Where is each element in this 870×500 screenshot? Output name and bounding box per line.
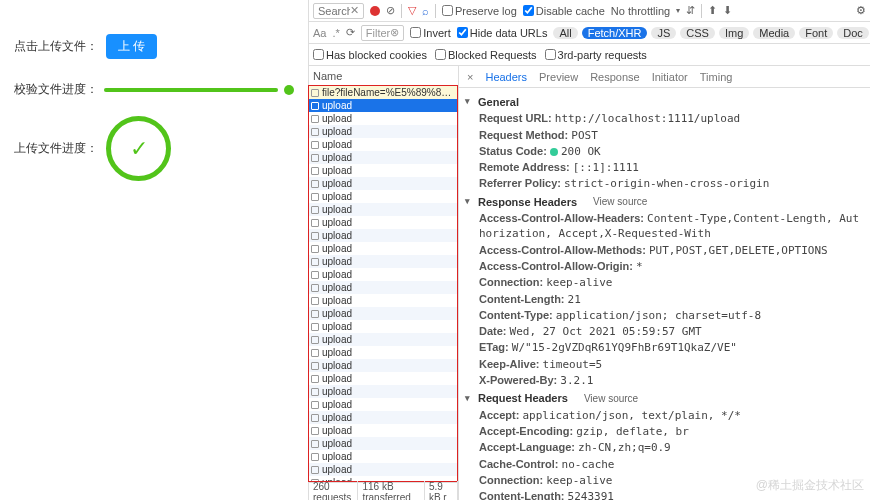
blocked-toolbar: Has blocked cookies Blocked Requests 3rd… bbox=[309, 44, 870, 66]
request-row[interactable]: file?fileName=%E5%89%8D%E7%AB… bbox=[309, 86, 457, 99]
request-row[interactable]: upload bbox=[309, 359, 457, 372]
filter-input[interactable]: Filter ⊗ bbox=[361, 25, 404, 41]
requests-column: Name file?fileName=%E5%89%8D%E7%AB…uploa… bbox=[309, 66, 459, 500]
verify-progress-bar bbox=[104, 88, 278, 92]
requests-list[interactable]: file?fileName=%E5%89%8D%E7%AB…uploaduplo… bbox=[308, 85, 458, 482]
request-row[interactable]: upload bbox=[309, 125, 457, 138]
request-row[interactable]: upload bbox=[309, 216, 457, 229]
headers-pane[interactable]: General Request URL: http://localhost:11… bbox=[459, 88, 870, 500]
devtools-panel: ✕ ⊘ ▽ ⌕ Preserve log Disable cache No th… bbox=[308, 0, 870, 500]
filter-icon[interactable]: ▽ bbox=[408, 4, 416, 17]
clear-icon[interactable]: ⊘ bbox=[386, 4, 395, 17]
requests-footer: 260 requests 116 kB transferred 5.9 kB r bbox=[309, 482, 458, 500]
type-filter-all[interactable]: All bbox=[553, 27, 577, 39]
disable-cache-checkbox[interactable]: Disable cache bbox=[523, 5, 605, 17]
clear-filter-icon[interactable]: ⊗ bbox=[390, 26, 399, 39]
type-filter-fetchxhr[interactable]: Fetch/XHR bbox=[582, 27, 648, 39]
request-row[interactable]: upload bbox=[309, 424, 457, 437]
request-row[interactable]: upload bbox=[309, 268, 457, 281]
details-tabs: × Headers Preview Response Initiator Tim… bbox=[459, 66, 870, 88]
request-row[interactable]: upload bbox=[309, 437, 457, 450]
name-column-header[interactable]: Name bbox=[309, 66, 458, 86]
request-row[interactable]: upload bbox=[309, 138, 457, 151]
section-request-headers[interactable]: Request HeadersView source bbox=[465, 391, 864, 405]
request-row[interactable]: upload bbox=[309, 164, 457, 177]
request-row[interactable]: upload bbox=[309, 99, 457, 112]
request-row[interactable]: upload bbox=[309, 333, 457, 346]
upload-progress-circle: ✓ bbox=[106, 116, 171, 181]
progress-complete-icon bbox=[284, 85, 294, 95]
tab-preview[interactable]: Preview bbox=[539, 71, 578, 83]
request-row[interactable]: upload bbox=[309, 203, 457, 216]
request-row[interactable]: upload bbox=[309, 255, 457, 268]
blocked-cookies-checkbox[interactable]: Has blocked cookies bbox=[313, 49, 427, 61]
request-row[interactable]: upload bbox=[309, 450, 457, 463]
request-row[interactable]: upload bbox=[309, 242, 457, 255]
app-panel: 点击上传文件： 上 传 校验文件进度： 上传文件进度： ✓ bbox=[0, 0, 308, 500]
request-row[interactable]: upload bbox=[309, 229, 457, 242]
gear-icon[interactable]: ⚙ bbox=[856, 4, 866, 17]
request-row[interactable]: upload bbox=[309, 320, 457, 333]
request-row[interactable]: upload bbox=[309, 177, 457, 190]
request-row[interactable]: upload bbox=[309, 385, 457, 398]
download-icon[interactable]: ⬇ bbox=[723, 4, 732, 17]
request-row[interactable]: upload bbox=[309, 346, 457, 359]
tab-headers[interactable]: Headers bbox=[485, 71, 527, 83]
type-filter-font[interactable]: Font bbox=[799, 27, 833, 39]
request-row[interactable]: upload bbox=[309, 112, 457, 125]
request-row[interactable]: upload bbox=[309, 190, 457, 203]
upload-icon[interactable]: ⬆ bbox=[708, 4, 717, 17]
type-filter-css[interactable]: CSS bbox=[680, 27, 715, 39]
request-row[interactable]: upload bbox=[309, 398, 457, 411]
upload-progress-label: 上传文件进度： bbox=[14, 140, 98, 157]
upload-label: 点击上传文件： bbox=[14, 38, 98, 55]
request-row[interactable]: upload bbox=[309, 151, 457, 164]
regex-icon[interactable]: .* bbox=[332, 27, 339, 39]
search-box[interactable]: ✕ bbox=[313, 3, 364, 19]
throttling-select[interactable]: No throttling bbox=[611, 5, 670, 17]
search-input[interactable] bbox=[318, 5, 350, 17]
view-source-link[interactable]: View source bbox=[593, 195, 647, 208]
request-row[interactable]: upload bbox=[309, 281, 457, 294]
preserve-log-checkbox[interactable]: Preserve log bbox=[442, 5, 517, 17]
reload-icon[interactable]: ⟳ bbox=[346, 26, 355, 39]
tab-initiator[interactable]: Initiator bbox=[652, 71, 688, 83]
section-general[interactable]: General bbox=[465, 95, 864, 109]
match-case[interactable]: Aa bbox=[313, 27, 326, 39]
view-source-link[interactable]: View source bbox=[584, 392, 638, 405]
section-response-headers[interactable]: Response HeadersView source bbox=[465, 195, 864, 209]
record-icon[interactable] bbox=[370, 6, 380, 16]
search-icon[interactable]: ⌕ bbox=[422, 5, 429, 17]
check-icon: ✓ bbox=[130, 136, 148, 162]
request-row[interactable]: upload bbox=[309, 294, 457, 307]
verify-progress-label: 校验文件进度： bbox=[14, 81, 98, 98]
upload-button[interactable]: 上 传 bbox=[106, 34, 157, 59]
chevron-down-icon[interactable]: ▾ bbox=[676, 6, 680, 15]
status-dot-icon bbox=[550, 148, 558, 156]
request-row[interactable]: upload bbox=[309, 411, 457, 424]
hide-data-urls-checkbox[interactable]: Hide data URLs bbox=[457, 27, 548, 39]
type-filter-img[interactable]: Img bbox=[719, 27, 749, 39]
close-icon[interactable]: ✕ bbox=[350, 4, 359, 17]
blocked-requests-checkbox[interactable]: Blocked Requests bbox=[435, 49, 537, 61]
close-details-icon[interactable]: × bbox=[467, 71, 473, 83]
devtools-toolbar: ✕ ⊘ ▽ ⌕ Preserve log Disable cache No th… bbox=[309, 0, 870, 22]
request-row[interactable]: upload bbox=[309, 307, 457, 320]
tab-timing[interactable]: Timing bbox=[700, 71, 733, 83]
request-row[interactable]: upload bbox=[309, 463, 457, 476]
request-type-filters: AllFetch/XHRJSCSSImgMediaFontDocWSWasmMa… bbox=[553, 27, 870, 39]
invert-checkbox[interactable]: Invert bbox=[410, 27, 451, 39]
tab-response[interactable]: Response bbox=[590, 71, 640, 83]
filter-toolbar: Aa .* ⟳ Filter ⊗ Invert Hide data URLs A… bbox=[309, 22, 870, 44]
details-column: × Headers Preview Response Initiator Tim… bbox=[459, 66, 870, 500]
wifi-icon[interactable]: ⇵ bbox=[686, 4, 695, 17]
type-filter-js[interactable]: JS bbox=[651, 27, 676, 39]
type-filter-media[interactable]: Media bbox=[753, 27, 795, 39]
request-row[interactable]: upload bbox=[309, 372, 457, 385]
type-filter-doc[interactable]: Doc bbox=[837, 27, 869, 39]
third-party-checkbox[interactable]: 3rd-party requests bbox=[545, 49, 647, 61]
